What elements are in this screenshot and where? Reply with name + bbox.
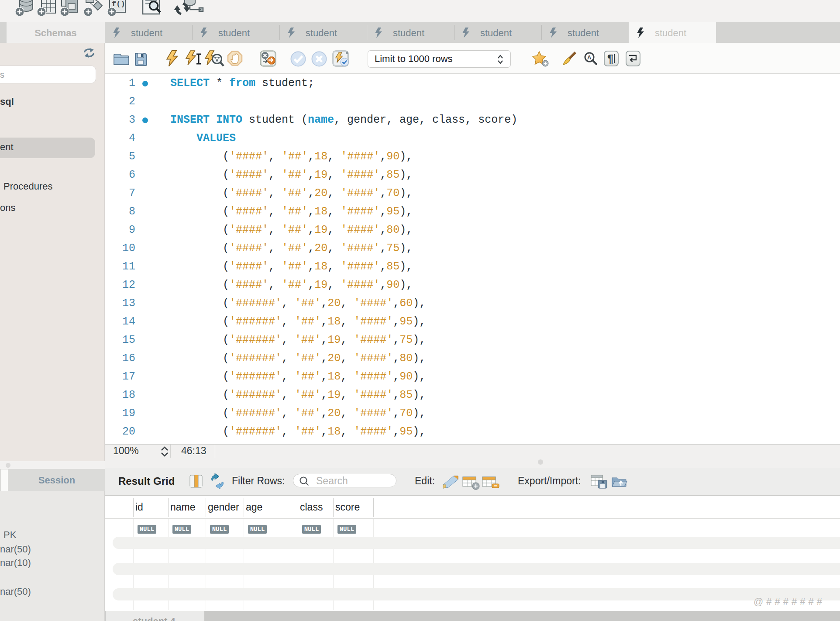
svg-text:¶: ¶ — [607, 52, 613, 65]
svg-text:A: A — [587, 54, 592, 61]
svg-text:f(): f() — [112, 0, 125, 8]
